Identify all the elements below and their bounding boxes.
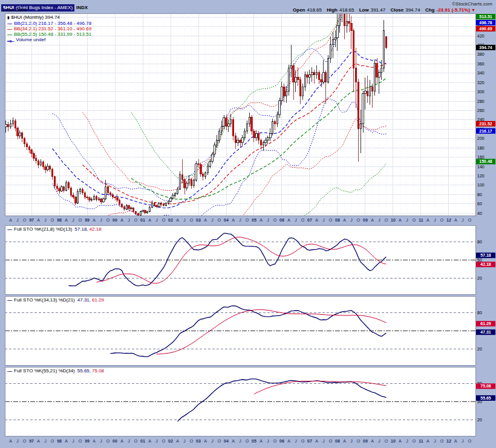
- svg-text:J: J: [406, 218, 408, 222]
- svg-text:A: A: [120, 439, 123, 443]
- svg-text:O: O: [79, 218, 82, 222]
- main-y-axis: 4060801001201401601802002202402602803003…: [476, 14, 495, 216]
- svg-text:08: 08: [335, 439, 340, 443]
- svg-text:A: A: [9, 439, 12, 443]
- svg-text:140: 140: [477, 165, 485, 169]
- svg-text:J: J: [72, 218, 74, 222]
- svg-text:496.78: 496.78: [479, 21, 492, 25]
- stoch2-d-value: 61.29: [92, 297, 104, 303]
- svg-text:57.18: 57.18: [480, 253, 491, 257]
- svg-text:J: J: [434, 439, 436, 443]
- svg-text:05: 05: [252, 439, 256, 443]
- svg-text:80: 80: [477, 240, 482, 244]
- svg-text:11: 11: [419, 439, 423, 443]
- svg-text:A: A: [37, 439, 40, 443]
- svg-text:O: O: [190, 439, 194, 443]
- svg-text:O: O: [385, 439, 388, 443]
- svg-text:J: J: [155, 439, 158, 443]
- svg-text:09: 09: [363, 439, 368, 443]
- svg-text:320: 320: [477, 81, 485, 85]
- high-label: High: [327, 7, 338, 13]
- svg-text:O: O: [79, 439, 82, 443]
- svg-text:00: 00: [113, 439, 117, 443]
- svg-text:J: J: [155, 218, 158, 222]
- legend-price-text: $HUI (Monthly) 394.74: [11, 15, 59, 20]
- svg-text:J: J: [378, 218, 380, 222]
- legend-row-bb21: —BB(21,2.0) 216.17 - 356.48 - 496.78: [7, 21, 91, 26]
- svg-text:340: 340: [477, 71, 485, 75]
- low-value: 391.47: [371, 7, 385, 13]
- svg-text:260: 260: [477, 108, 485, 113]
- volume-icon: ▂▄▁: [7, 38, 14, 42]
- svg-text:360: 360: [477, 62, 485, 66]
- svg-text:O: O: [106, 439, 110, 443]
- svg-text:01: 01: [140, 439, 145, 443]
- close-value: 394.74: [405, 7, 420, 13]
- svg-text:A: A: [93, 218, 96, 222]
- svg-text:01: 01: [140, 218, 145, 222]
- svg-text:42.18: 42.18: [480, 262, 491, 266]
- quote-line: Open418.65 High418.65 Low391.47 Close394…: [289, 7, 475, 13]
- close-label: Close: [390, 7, 403, 13]
- svg-text:00: 00: [113, 218, 117, 222]
- svg-text:A: A: [371, 218, 374, 222]
- stoch-panel-1: 80502057.1842.18: [5, 225, 495, 294]
- svg-text:O: O: [329, 218, 333, 222]
- svg-text:J: J: [378, 439, 380, 443]
- stoch-panel-3: 80502055.6575.08: [5, 367, 495, 436]
- svg-text:A: A: [204, 218, 207, 222]
- main-legend: ▮$HUI (Monthly) 394.74 —BB(21,2.0) 216.1…: [7, 15, 91, 43]
- main-date-axis: AJO97AJO98AJO99AJO00AJO01AJO02AJO03AJO04…: [9, 218, 471, 222]
- svg-text:10: 10: [391, 218, 396, 222]
- svg-text:J: J: [350, 218, 353, 222]
- open-value: 418.65: [307, 7, 322, 13]
- svg-text:O: O: [134, 218, 138, 222]
- svg-text:12: 12: [446, 439, 451, 443]
- legend-row-price: ▮$HUI (Monthly) 394.74: [7, 15, 91, 21]
- svg-text:80: 80: [477, 311, 482, 315]
- svg-text:J: J: [100, 218, 102, 222]
- svg-text:490.69: 490.69: [479, 27, 492, 31]
- svg-text:06: 06: [279, 439, 284, 443]
- svg-text:A: A: [176, 439, 179, 443]
- svg-text:O: O: [329, 439, 333, 443]
- svg-text:J: J: [295, 218, 297, 222]
- svg-text:A: A: [371, 439, 374, 443]
- stoch2-swatch-icon: —: [7, 297, 12, 303]
- svg-text:11: 11: [419, 218, 423, 222]
- svg-text:J: J: [183, 218, 186, 222]
- svg-text:97: 97: [29, 218, 34, 222]
- stoch1-d-value: 42.18: [90, 226, 102, 232]
- chg-label: Chg: [425, 7, 435, 13]
- stoch1-comma: ,: [86, 226, 88, 232]
- svg-text:A: A: [399, 218, 402, 222]
- svg-text:513.51: 513.51: [479, 15, 492, 19]
- svg-text:O: O: [51, 218, 54, 222]
- svg-text:99: 99: [85, 439, 90, 443]
- candlestick-icon: ▮: [7, 16, 9, 19]
- svg-text:08: 08: [335, 218, 340, 222]
- stoch2-k-value: 47.31: [77, 297, 90, 303]
- stoch3-k-value: 55.65: [77, 368, 90, 374]
- svg-text:O: O: [23, 439, 27, 443]
- stoch3-legend: —Full STO %K(55,21) %D(34)55.65,75.08: [7, 368, 104, 374]
- svg-text:O: O: [413, 439, 416, 443]
- svg-text:09: 09: [363, 218, 368, 222]
- svg-text:100: 100: [477, 183, 485, 187]
- svg-text:A: A: [148, 218, 151, 222]
- svg-text:A: A: [120, 218, 123, 222]
- svg-text:A: A: [232, 439, 235, 443]
- svg-text:07: 07: [307, 218, 312, 222]
- chg-value: -23.91 (-5.71%): [436, 7, 470, 13]
- svg-text:A: A: [315, 218, 318, 222]
- svg-text:O: O: [440, 218, 444, 222]
- open-label: Open: [293, 7, 305, 13]
- svg-text:99: 99: [85, 218, 90, 222]
- svg-text:20: 20: [477, 418, 482, 422]
- svg-text:O: O: [440, 439, 444, 443]
- stoch3-swatch-icon: —: [7, 368, 12, 374]
- svg-text:O: O: [190, 218, 194, 222]
- svg-text:10: 10: [391, 439, 396, 443]
- stoch2-legend: —Full STO %K(34,13) %D(21)47.31,61.29: [7, 297, 104, 303]
- svg-text:O: O: [273, 218, 277, 222]
